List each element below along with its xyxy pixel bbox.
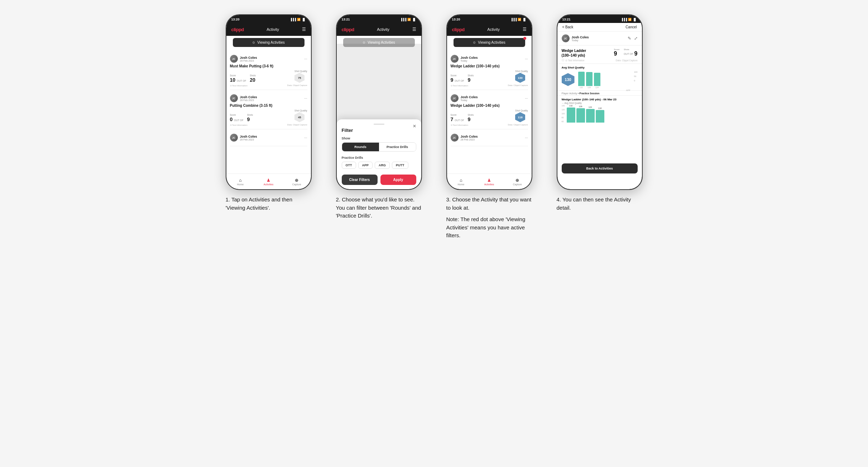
activity-card-1[interactable]: JC Josh Coles 28 Feb 2023 ··· Must Make … [230, 52, 307, 90]
score-val-3-1: 9 OUT OF [451, 77, 464, 83]
quality-label-3-1: Shot Quality [515, 70, 528, 72]
quality-val-2: 45 [298, 116, 301, 119]
session-detail-section: Wedge Ladder (100–140 yds) - 06 Mar 23 →… [557, 95, 642, 128]
close-icon[interactable]: ✕ [413, 124, 416, 129]
nav-title-1: Activity [267, 27, 279, 32]
battery-icon: ▐▌ [302, 18, 306, 21]
time-2: 13:21 [342, 18, 350, 21]
hamburger-icon-1[interactable]: ☰ [302, 27, 306, 32]
cancel-button[interactable]: Cancel [625, 25, 637, 29]
edit-icons: ✎ ⤢ [628, 36, 638, 41]
step-text-4: You can then see the Activity detail. [557, 196, 631, 211]
step-text-3: Choose the Activity that you want to loo… [446, 196, 532, 211]
clear-filters-button[interactable]: Clear Filters [342, 175, 378, 185]
hamburger-icon-2[interactable]: ☰ [412, 27, 416, 32]
activity-card-3-3[interactable]: JC Josh Coles 28 Feb 2023 ··· [451, 131, 528, 146]
chip-app[interactable]: APP [358, 162, 373, 169]
stats-row-3-2: Score 7 OUT OF Shots 9 [451, 109, 528, 122]
score-label-1: Score [230, 74, 246, 77]
quality-hex: 130 [562, 73, 575, 86]
tab-activities-label-3: Activities [484, 183, 494, 186]
bottom-tabs-1: ⌂ Home ♟ Activities ⊕ Capture [226, 173, 311, 189]
dots-menu-3-2[interactable]: ··· [525, 96, 528, 100]
tab-activities-3[interactable]: ♟ Activities [475, 174, 503, 189]
shots-block-1: Shots 20 [250, 74, 256, 83]
card-title-3-2: Wedge Ladder (100–140 yds) [451, 104, 528, 108]
tab-capture-1[interactable]: ⊕ Capture [283, 174, 311, 189]
viewing-bar-1[interactable]: ⚙ Viewing Activities [233, 38, 304, 47]
user-info-3-2: Josh Coles Today [461, 95, 478, 101]
viewing-label-3: Viewing Activities [478, 40, 505, 44]
rounds-toggle-btn[interactable]: Rounds [342, 143, 379, 151]
battery-icon-2: ▐▌ [412, 18, 416, 21]
viewing-bar-3[interactable]: ⚙ Viewing Activities [454, 38, 525, 47]
dots-menu-3-1[interactable]: ··· [525, 57, 528, 61]
apply-button[interactable]: Apply [380, 175, 416, 185]
s-bar-3: 124 [586, 109, 595, 123]
quality-label-1: Shot Quality [294, 70, 307, 72]
expand-icon[interactable]: ⤢ [634, 36, 638, 41]
dots-menu-2[interactable]: ··· [304, 96, 307, 100]
tab-activities-1[interactable]: ♟ Activities [254, 174, 283, 189]
avatar-wrap-3-1: JC Josh Coles Today [451, 55, 478, 63]
tab-activities-label-1: Activities [264, 183, 274, 186]
back-button[interactable]: < Back [562, 25, 574, 29]
stats-row-3-1: Score 9 OUT OF Shots 9 [451, 70, 528, 83]
nav-bar-3: clippd Activity ☰ [447, 23, 532, 36]
detail-avatar-wrap: JC Josh Coles Today [562, 34, 589, 42]
shots-label-3-1: Shots [468, 74, 474, 77]
activity-card-3-2[interactable]: JC Josh Coles Today ··· Wedge Ladder (10… [451, 91, 528, 129]
out-of-row: OUT OF 9 [624, 51, 637, 57]
tab-capture-3[interactable]: ⊕ Capture [503, 174, 532, 189]
dots-menu-3[interactable]: ··· [304, 136, 307, 140]
hamburger-icon-3[interactable]: ☰ [523, 27, 527, 32]
mini-chart: 100 50 0 132 129 [578, 71, 638, 88]
session-chart: 140 120 100 80 60 132 129 [562, 106, 638, 125]
chip-putt[interactable]: PUTT [392, 162, 408, 169]
home-icon-1: ⌂ [239, 178, 241, 183]
logo-3: clippd [452, 27, 465, 32]
dots-menu-3-3[interactable]: ··· [525, 136, 528, 140]
score-num-3-1: 9 [451, 77, 454, 83]
signal-icon-4: ▐▐▐ [621, 18, 627, 21]
practice-toggle-btn[interactable]: Practice Drills [379, 143, 416, 151]
capture-label: Data: Clippd Capture [616, 59, 638, 62]
quality-val-3-2: 118 [518, 116, 522, 119]
tab-capture-label-1: Capture [292, 183, 301, 186]
activity-card-2[interactable]: JC Josh Coles 28 Feb 2023 ··· Putting Co… [230, 91, 307, 129]
avatar-3-1: JC [451, 55, 459, 63]
phone-notch-1 [253, 15, 285, 23]
card-title-1: Must Make Putting (3-6 ft) [230, 64, 307, 68]
status-icons-3: ▐▐▐ 📶 ▐▌ [510, 18, 526, 21]
step-num-2: 2. [336, 196, 341, 202]
tab-home-1[interactable]: ⌂ Home [226, 174, 255, 189]
card-title-2: Putting Combine (3-15 ft) [230, 104, 307, 108]
s-bar-val-3: 124 [589, 106, 592, 108]
chart-axis: 100 50 0 [634, 71, 637, 82]
user-date-2: 28 Feb 2023 [240, 99, 257, 101]
detail-score-section: Score 9 Shots OUT OF 9 [614, 48, 638, 57]
step-text-1: Tap on Activities and then 'Viewing Acti… [226, 196, 293, 211]
viewing-icon-3: ⚙ [473, 41, 476, 44]
chip-arg[interactable]: ARG [375, 162, 390, 169]
edit-icon[interactable]: ✎ [628, 36, 631, 41]
tab-home-3[interactable]: ⌂ Home [447, 174, 475, 189]
stats-row-2: Score 0 OUT OF Shots 9 [230, 109, 307, 122]
dots-menu-1[interactable]: ··· [304, 57, 307, 61]
out-of-2: OUT OF [234, 119, 243, 121]
user-date-3-3: 28 Feb 2023 [461, 138, 478, 141]
activity-card-3[interactable]: JC Josh Coles 28 Feb 2023 ··· [230, 131, 307, 146]
chip-ott[interactable]: OTT [342, 162, 356, 169]
viewing-icon-1: ⚙ [252, 41, 255, 44]
detail-content: Wedge Ladder(100–140 yds) Score 9 Shots [557, 46, 642, 63]
shots-val-3-1: 9 [468, 77, 474, 83]
avatar-img-2: JC [230, 94, 238, 102]
stats-row-1: Score 10 OUT OF Shots 20 [230, 70, 307, 83]
activity-card-3-1[interactable]: JC Josh Coles Today ··· Wedge Ladder (10… [451, 52, 528, 90]
nav-title-2: Activity [377, 27, 389, 32]
step-num-1: 1. [226, 196, 230, 202]
back-to-activities-button[interactable]: Back to Activities [562, 163, 638, 173]
user-name-3: Josh Coles [240, 135, 257, 138]
phone-2: 13:21 ▐▐▐ 📶 ▐▌ clippd Activity ☰ ⚙ Viewi [336, 14, 422, 190]
step-num-4: 4. [557, 196, 561, 202]
